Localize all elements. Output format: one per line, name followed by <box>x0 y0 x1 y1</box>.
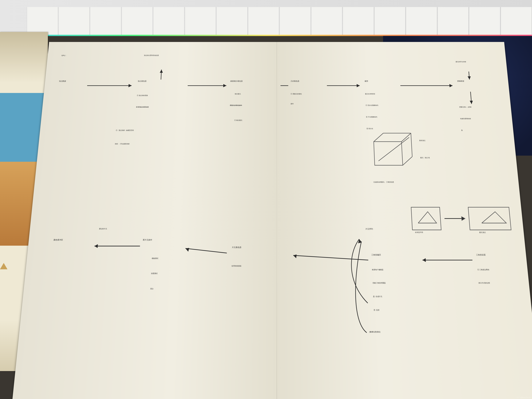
svg-marker-31 <box>422 258 426 262</box>
svg-marker-9 <box>185 248 189 252</box>
left-page-arrows <box>12 42 277 399</box>
svg-rect-27 <box>468 207 511 230</box>
svg-marker-16 <box>468 76 471 80</box>
open-notebook: GPU : 顶点的位置和其他信息 顶点数据 顶点着色器 ① 顶点坐标变换 ② 逐… <box>12 42 532 399</box>
photo-scene: GPU : 顶点的位置和其他信息 顶点数据 顶点着色器 ① 顶点坐标变换 ② 逐… <box>0 0 532 399</box>
notebook-spine <box>277 42 277 399</box>
svg-line-24 <box>411 133 412 157</box>
svg-line-32 <box>293 255 368 260</box>
svg-marker-33 <box>293 254 297 258</box>
svg-marker-5 <box>223 84 227 87</box>
svg-marker-29 <box>462 217 465 220</box>
svg-rect-26 <box>411 207 441 230</box>
svg-line-8 <box>185 248 227 253</box>
notebook-left-page: GPU : 顶点的位置和其他信息 顶点数据 顶点着色器 ① 顶点坐标变换 ② 逐… <box>12 42 277 399</box>
right-page-arrows <box>277 42 532 399</box>
svg-marker-12 <box>357 84 360 87</box>
svg-line-22 <box>402 157 413 165</box>
svg-marker-14 <box>450 84 453 87</box>
keyboard-edge <box>0 0 532 36</box>
notebook-right-page: 几何着色器 ① 逐图元的着色 操作 裁剪 图元有3种类型 ① 完全在视锥体内 ②… <box>277 42 532 399</box>
svg-marker-18 <box>470 101 473 104</box>
svg-marker-1 <box>128 84 132 87</box>
svg-line-25 <box>377 137 411 161</box>
rgb-underglow <box>0 35 532 36</box>
svg-line-20 <box>373 133 384 142</box>
svg-marker-3 <box>160 70 163 73</box>
watermark: CSDN @Break The Sky <box>517 397 531 398</box>
svg-line-21 <box>401 133 411 142</box>
svg-marker-7 <box>94 244 98 248</box>
